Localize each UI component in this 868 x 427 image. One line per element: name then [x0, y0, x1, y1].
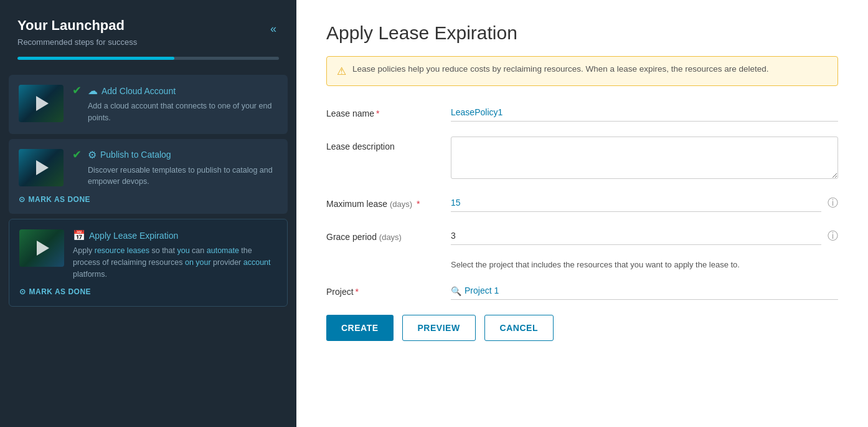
lease-name-input[interactable]	[451, 103, 838, 122]
step-thumbnail-apply-lease	[19, 229, 64, 267]
mark-done-button-lease[interactable]: ⊙ MARK AS DONE	[19, 287, 91, 296]
form-row-max-lease: Maximum lease (days) * ⓘ	[326, 194, 838, 212]
mark-done-row-lease: ⊙ MARK AS DONE	[19, 287, 277, 296]
step-content-lease: 📅 Apply Lease Expiration Apply resource …	[73, 229, 277, 280]
project-input[interactable]	[451, 282, 838, 300]
mark-done-circle-icon: ⊙	[19, 195, 26, 204]
lease-name-label: Lease name*	[326, 103, 451, 118]
cloud-icon: ☁	[88, 85, 98, 97]
select-project-text: Select the project that includes the res…	[326, 260, 838, 269]
project-label: Project*	[326, 282, 451, 297]
form-row-grace-period: Grace period (days) ⓘ	[326, 227, 838, 245]
step-thumbnail-add-cloud-account	[19, 85, 64, 122]
mark-done-row-publish: ⊙ MARK AS DONE	[19, 195, 278, 204]
sidebar-subtitle: Recommended steps for success	[17, 37, 137, 47]
step-card-add-cloud-account: ✔ ☁ Add Cloud Account Add a cloud accoun…	[9, 75, 288, 134]
calendar-icon: 📅	[73, 229, 85, 241]
publish-catalog-desc: Discover reusable templates to publish t…	[88, 165, 278, 188]
grace-period-label: Grace period (days)	[326, 227, 451, 242]
required-star-name: *	[376, 108, 379, 118]
warning-icon: ⚠	[337, 65, 346, 78]
main-content: Apply Lease Expiration ⚠ Lease policies …	[296, 0, 868, 427]
lease-desc-input-wrap	[451, 137, 838, 179]
apply-lease-desc: Apply resource leases so that you can au…	[73, 245, 277, 280]
max-lease-input-wrap: ⓘ	[451, 194, 838, 212]
preview-button[interactable]: PREVIEW	[402, 315, 476, 341]
lease-name-input-wrap	[451, 103, 838, 122]
project-search-wrap: 🔍	[451, 282, 838, 300]
max-lease-label: Maximum lease (days) *	[326, 194, 451, 209]
grace-period-unit: (days)	[379, 233, 402, 242]
play-icon-3	[37, 241, 49, 256]
grace-period-info-icon[interactable]: ⓘ	[828, 229, 838, 243]
max-lease-input[interactable]	[451, 194, 821, 212]
step-check-icon: ✔	[72, 84, 82, 97]
progress-bar-container	[0, 57, 296, 72]
step-card-apply-lease: 📅 Apply Lease Expiration Apply resource …	[9, 219, 288, 307]
action-buttons: CREATE PREVIEW CANCEL	[326, 315, 838, 341]
form-row-project: Project* 🔍	[326, 282, 838, 300]
required-star-project: *	[356, 287, 359, 297]
sidebar-header: Your Launchpad Recommended steps for suc…	[0, 0, 296, 57]
search-icon: 🔍	[451, 286, 461, 296]
max-lease-unit: (days)	[390, 199, 412, 209]
mark-done-button-publish[interactable]: ⊙ MARK AS DONE	[19, 195, 90, 204]
sidebar-title: Your Launchpad	[17, 17, 137, 34]
create-button[interactable]: CREATE	[326, 315, 394, 341]
sidebar: Your Launchpad Recommended steps for suc…	[0, 0, 296, 427]
progress-track	[17, 57, 279, 60]
add-cloud-account-link[interactable]: ☁ Add Cloud Account	[88, 85, 278, 97]
progress-fill	[17, 57, 174, 60]
page-title: Apply Lease Expiration	[326, 22, 838, 44]
step-content-publish: ⚙ Publish to Catalog Discover reusable t…	[88, 149, 278, 188]
apply-lease-link[interactable]: 📅 Apply Lease Expiration	[73, 229, 277, 241]
info-banner: ⚠ Lease policies help you reduce costs b…	[326, 56, 838, 86]
play-icon-2	[36, 160, 49, 175]
lease-desc-label: Lease description	[326, 137, 451, 151]
grace-period-input-wrap: ⓘ	[451, 227, 838, 245]
max-lease-info-icon[interactable]: ⓘ	[828, 196, 838, 210]
step-content-add-cloud: ☁ Add Cloud Account Add a cloud account …	[88, 85, 278, 124]
project-input-wrap: 🔍	[451, 282, 838, 300]
cancel-button[interactable]: CANCEL	[484, 315, 554, 341]
collapse-button[interactable]: «	[268, 20, 279, 38]
settings-icon: ⚙	[88, 149, 97, 161]
info-banner-text: Lease policies help you reduce costs by …	[352, 64, 769, 74]
form-row-lease-name: Lease name*	[326, 103, 838, 122]
lease-desc-textarea[interactable]	[451, 137, 838, 179]
step-card-publish-catalog: ✔ ⚙ Publish to Catalog Discover reusable…	[9, 139, 288, 214]
play-icon	[36, 96, 49, 111]
mark-done-circle-icon-2: ⊙	[19, 287, 26, 296]
publish-catalog-link[interactable]: ⚙ Publish to Catalog	[88, 149, 278, 161]
form-row-lease-desc: Lease description	[326, 137, 838, 179]
required-star-max: *	[417, 199, 420, 209]
add-cloud-account-desc: Add a cloud account that connects to one…	[88, 100, 278, 124]
step-check-icon-2: ✔	[72, 148, 82, 161]
step-thumbnail-publish-catalog	[19, 149, 64, 186]
grace-period-input[interactable]	[451, 227, 821, 245]
